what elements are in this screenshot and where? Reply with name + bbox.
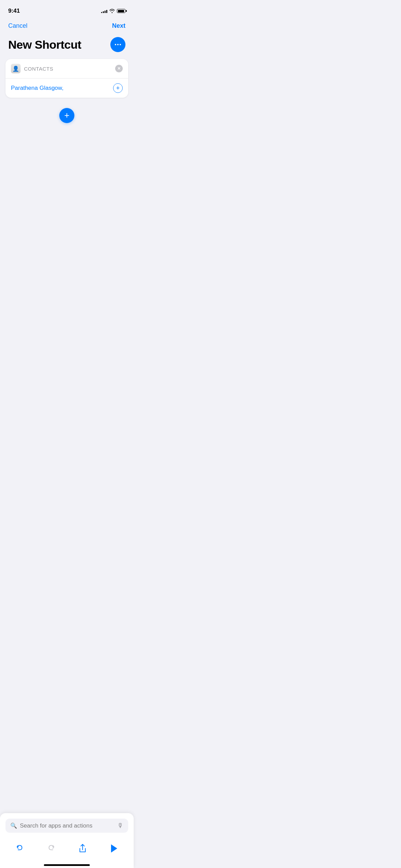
add-action-button[interactable]: + <box>59 108 74 123</box>
more-options-button[interactable] <box>110 37 125 52</box>
signal-icon <box>101 9 107 13</box>
nav-bar: Cancel Next <box>0 17 134 34</box>
action-card: CONTACTS ✕ Parathena Glasgow, + <box>5 59 128 98</box>
main-content: CONTACTS ✕ Parathena Glasgow, + + <box>0 59 134 195</box>
more-dots-icon <box>115 44 121 45</box>
card-content: Parathena Glasgow, + <box>5 79 128 98</box>
status-time: 9:41 <box>8 8 20 14</box>
wifi-icon <box>109 9 115 13</box>
page-header: New Shortcut <box>0 34 134 59</box>
page-title: New Shortcut <box>8 38 81 51</box>
cancel-button[interactable]: Cancel <box>8 22 27 29</box>
add-action-plus-icon: + <box>64 111 69 120</box>
status-icons <box>101 9 125 13</box>
clear-x-icon: ✕ <box>117 67 121 71</box>
next-button[interactable]: Next <box>112 22 125 29</box>
status-bar: 9:41 <box>0 0 134 17</box>
battery-icon <box>117 9 125 13</box>
card-header-left: CONTACTS <box>11 64 53 73</box>
add-action-container: + <box>0 105 134 126</box>
plus-icon: + <box>116 85 120 91</box>
contact-name[interactable]: Parathena Glasgow, <box>11 85 63 92</box>
card-header: CONTACTS ✕ <box>5 59 128 79</box>
clear-button[interactable]: ✕ <box>115 65 123 72</box>
add-contact-button[interactable]: + <box>113 83 123 93</box>
contacts-app-icon <box>11 64 21 73</box>
contacts-category-label: CONTACTS <box>24 66 53 72</box>
